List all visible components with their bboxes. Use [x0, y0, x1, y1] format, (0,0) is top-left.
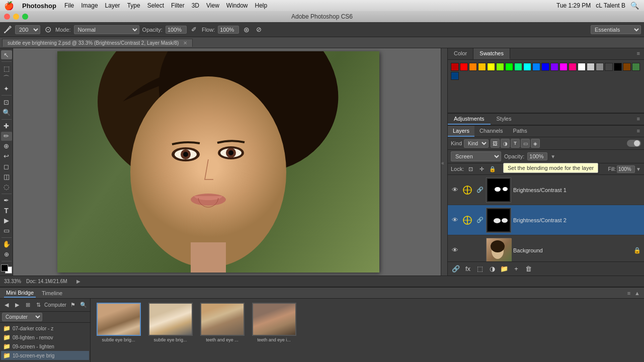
flow-input[interactable] — [218, 26, 239, 34]
marquee-tool-btn[interactable]: ⬚ — [1, 64, 12, 73]
swatch-item[interactable] — [623, 63, 631, 71]
nav-grid-btn[interactable]: ⊞ — [23, 301, 32, 310]
swatch-item[interactable] — [550, 63, 558, 71]
playback-btn[interactable]: ▶ — [76, 279, 80, 284]
filter-toggle[interactable] — [627, 140, 641, 147]
layer-group-button[interactable]: 📁 — [499, 264, 509, 274]
nav-forward-btn[interactable]: ▶ — [13, 301, 22, 310]
thumbnail-item[interactable]: teeth and eye i... — [250, 303, 298, 342]
layer-link-button[interactable]: 🔗 — [451, 264, 461, 274]
healing-tool-btn[interactable]: ✚ — [1, 121, 12, 130]
swatch-item[interactable] — [605, 63, 613, 71]
tablet-pressure-icon[interactable]: ⊘ — [254, 25, 263, 34]
layer-item[interactable]: 👁 🔗 — [448, 205, 644, 235]
airbrush-icon[interactable]: ⊛ — [242, 25, 251, 34]
lock-pixels-btn[interactable]: ⊡ — [466, 164, 475, 173]
swatch-item[interactable] — [523, 63, 531, 71]
layer-item[interactable]: 👁 🔗 — [448, 175, 644, 205]
layer-visibility-toggle[interactable]: 👁 — [451, 246, 459, 254]
delete-layer-button[interactable]: 🗑 — [523, 264, 533, 274]
shape-tool-btn[interactable]: ▭ — [1, 226, 12, 235]
thumbnail-item[interactable]: teeth and eye ... — [198, 303, 246, 342]
filter-type-btn[interactable]: T — [511, 139, 520, 148]
wand-tool-btn[interactable]: ✦ — [1, 84, 12, 93]
mini-bridge-tab[interactable]: Mini Bridge — [4, 289, 36, 298]
lock-position-btn[interactable]: ✛ — [477, 164, 486, 173]
move-tool-btn[interactable]: ↖ — [1, 50, 12, 59]
apple-menu-icon[interactable]: 🍎 — [4, 1, 14, 11]
swatch-item[interactable] — [487, 63, 495, 71]
gradient-tool-btn[interactable]: ◫ — [1, 172, 12, 181]
folder-item[interactable]: 📁 10-screen-eye brig — [1, 351, 89, 360]
channels-tab[interactable]: Channels — [474, 126, 508, 137]
opacity-input[interactable] — [166, 26, 187, 34]
paths-tab[interactable]: Paths — [508, 126, 532, 137]
swatch-item[interactable] — [469, 63, 477, 71]
menu-image[interactable]: Image — [81, 2, 98, 9]
layer-visibility-toggle[interactable]: 👁 — [451, 216, 459, 224]
swatch-item[interactable] — [460, 63, 468, 71]
folder-item[interactable]: 📁 08-lighten - remov — [1, 333, 89, 342]
thumbnail-item[interactable]: subtle eye brig... — [95, 303, 142, 342]
app-menu-item[interactable]: Photoshop — [22, 2, 56, 10]
filter-smart-btn[interactable]: ◈ — [531, 139, 540, 148]
swatch-item[interactable] — [596, 63, 604, 71]
brush-tool-icon[interactable] — [3, 25, 12, 34]
layers-panel-options[interactable]: ≡ — [633, 126, 644, 137]
adjustments-panel-options[interactable]: ≡ — [633, 114, 644, 125]
swatch-item[interactable] — [559, 63, 568, 71]
breadcrumb-computer[interactable]: Computer — [44, 302, 66, 308]
close-window-button[interactable] — [4, 14, 10, 20]
folder-item[interactable]: 📁 07-darker color - z — [1, 324, 89, 333]
layer-visibility-toggle[interactable]: 👁 — [451, 186, 459, 194]
blur-tool-btn[interactable]: ◌ — [1, 182, 12, 191]
search-icon[interactable]: 🔍 — [630, 2, 639, 10]
swatch-item[interactable] — [541, 63, 549, 71]
clone-tool-btn[interactable]: ⊕ — [1, 142, 12, 151]
swatch-item[interactable] — [451, 72, 459, 80]
menu-help[interactable]: Help — [255, 2, 268, 9]
new-layer-button[interactable]: + — [511, 264, 521, 274]
swatch-item[interactable] — [505, 63, 513, 71]
menu-window[interactable]: Window — [226, 2, 248, 9]
layer-item[interactable]: 👁 Background 🔒 — [448, 235, 644, 261]
swatch-item[interactable] — [478, 63, 486, 71]
timeline-tab[interactable]: Timeline — [40, 289, 64, 297]
menu-layer[interactable]: Layer — [105, 2, 120, 9]
layers-tab[interactable]: Layers — [448, 126, 474, 137]
color-panel-options[interactable]: ≡ — [633, 48, 644, 59]
color-panel-tab[interactable]: Color — [448, 48, 473, 59]
layer-adj-button[interactable]: ◑ — [487, 264, 497, 274]
swatch-item[interactable] — [632, 63, 640, 71]
document-tab[interactable]: subtle eye brightening 2.psd @ 33.3% (Br… — [2, 39, 193, 47]
brush-tool-btn[interactable]: ✏ — [1, 132, 12, 141]
blend-mode-dropdown[interactable]: Screen — [451, 151, 501, 161]
opacity-arrow-icon[interactable]: ▼ — [550, 154, 555, 159]
swatch-item[interactable] — [614, 63, 622, 71]
pen-tool-btn[interactable]: ✒ — [1, 196, 12, 205]
path-select-btn[interactable]: ▶ — [1, 216, 12, 225]
opacity-jitter-icon[interactable]: ✐ — [190, 25, 199, 34]
swatch-item[interactable] — [578, 63, 586, 71]
folder-view-dropdown[interactable]: Computer — [2, 313, 42, 321]
opacity-field[interactable] — [527, 152, 547, 160]
eraser-tool-btn[interactable]: ◻ — [1, 162, 12, 171]
brush-size-select[interactable]: 200 — [15, 25, 40, 34]
eyedropper-tool-btn[interactable]: 🔍 — [1, 108, 12, 117]
type-tool-btn[interactable]: T — [1, 206, 12, 215]
tab-close-icon[interactable]: ✕ — [183, 40, 187, 46]
swatch-item[interactable] — [514, 63, 522, 71]
crop-tool-btn[interactable]: ⊡ — [1, 98, 12, 107]
essentials-select[interactable]: Essentials — [591, 25, 641, 34]
swatches-panel-tab[interactable]: Swatches — [473, 48, 510, 59]
nav-sort-btn[interactable]: ⇅ — [34, 301, 43, 310]
zoom-tool-btn[interactable]: ⊕ — [1, 250, 12, 259]
menu-file[interactable]: File — [64, 2, 74, 9]
swatch-item[interactable] — [532, 63, 540, 71]
brush-preset-icon[interactable]: ⊙ — [43, 25, 52, 34]
filter-adj-btn[interactable]: ◑ — [501, 139, 510, 148]
layer-mask-button[interactable]: ⬚ — [475, 264, 485, 274]
mode-dropdown[interactable]: Normal — [74, 25, 139, 34]
swatch-item[interactable] — [587, 63, 595, 71]
styles-tab[interactable]: Styles — [491, 114, 518, 125]
